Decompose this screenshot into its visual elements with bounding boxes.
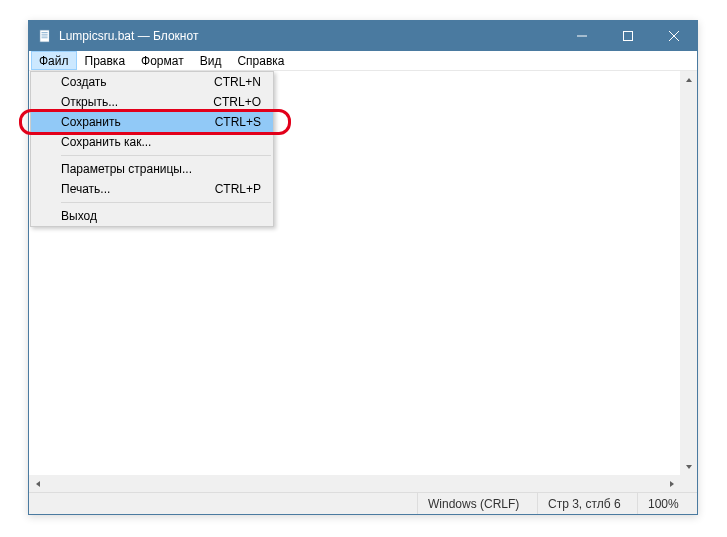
file-menu-dropdown: Создать CTRL+N Открыть... CTRL+O Сохрани… [30, 71, 274, 227]
window-controls [559, 21, 697, 51]
menu-item-label: Создать [61, 75, 214, 89]
menu-item-save-as[interactable]: Сохранить как... [31, 132, 273, 152]
scroll-corner [680, 475, 697, 492]
minimize-button[interactable] [559, 21, 605, 51]
statusbar: Windows (CRLF) Стр 3, стлб 6 100% [29, 492, 697, 514]
scroll-left-icon[interactable] [29, 475, 46, 492]
menu-item-shortcut: CTRL+O [213, 95, 269, 109]
menu-separator [61, 155, 271, 156]
menu-view[interactable]: Вид [192, 51, 230, 70]
menu-item-label: Сохранить как... [61, 135, 261, 149]
menu-item-shortcut: CTRL+N [214, 75, 269, 89]
menu-separator [61, 202, 271, 203]
close-button[interactable] [651, 21, 697, 51]
svg-rect-6 [624, 32, 633, 41]
titlebar[interactable]: Lumpicsru.bat — Блокнот [29, 21, 697, 51]
notepad-icon [37, 28, 53, 44]
scroll-down-icon[interactable] [680, 458, 697, 475]
menu-format[interactable]: Формат [133, 51, 192, 70]
svg-marker-12 [670, 481, 674, 487]
menubar: Файл Правка Формат Вид Справка [29, 51, 697, 71]
notepad-window: Lumpicsru.bat — Блокнот Файл Правка Форм… [28, 20, 698, 515]
menu-file[interactable]: Файл [31, 51, 77, 70]
menu-item-open[interactable]: Открыть... CTRL+O [31, 92, 273, 112]
horizontal-scrollbar[interactable] [29, 475, 680, 492]
menu-item-shortcut: CTRL+S [215, 115, 269, 129]
menu-item-label: Открыть... [61, 95, 213, 109]
menu-item-save[interactable]: Сохранить CTRL+S [31, 112, 273, 132]
maximize-button[interactable] [605, 21, 651, 51]
menu-item-label: Параметры страницы... [61, 162, 261, 176]
status-line-ending: Windows (CRLF) [417, 493, 537, 514]
menu-item-label: Сохранить [61, 115, 215, 129]
text-area[interactable]: Создать CTRL+N Открыть... CTRL+O Сохрани… [29, 71, 697, 492]
status-cursor-position: Стр 3, стлб 6 [537, 493, 637, 514]
menu-help[interactable]: Справка [229, 51, 292, 70]
menu-item-shortcut: CTRL+P [215, 182, 269, 196]
status-zoom: 100% [637, 493, 697, 514]
menu-item-label: Выход [61, 209, 261, 223]
menu-item-label: Печать... [61, 182, 215, 196]
menu-item-exit[interactable]: Выход [31, 206, 273, 226]
menu-item-new[interactable]: Создать CTRL+N [31, 72, 273, 92]
menu-item-page-setup[interactable]: Параметры страницы... [31, 159, 273, 179]
vertical-scrollbar[interactable] [680, 71, 697, 475]
svg-marker-11 [36, 481, 40, 487]
svg-marker-9 [686, 78, 692, 82]
window-title: Lumpicsru.bat — Блокнот [59, 29, 559, 43]
menu-edit[interactable]: Правка [77, 51, 134, 70]
svg-marker-10 [686, 465, 692, 469]
scroll-up-icon[interactable] [680, 71, 697, 88]
menu-item-print[interactable]: Печать... CTRL+P [31, 179, 273, 199]
scroll-right-icon[interactable] [663, 475, 680, 492]
